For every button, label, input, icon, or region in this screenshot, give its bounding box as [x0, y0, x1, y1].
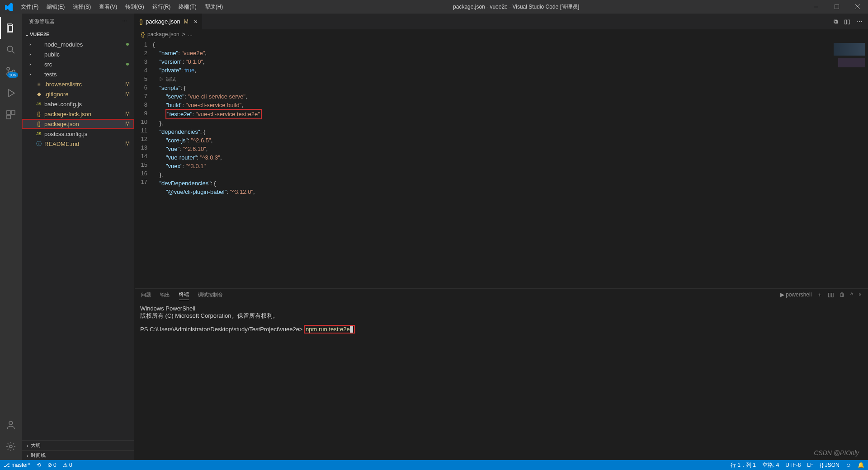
status-line-col[interactable]: 行 1，列 1 — [731, 461, 756, 469]
menu-selection[interactable]: 选择(S) — [69, 1, 94, 13]
tree-item-label: node_modules — [44, 41, 134, 48]
minimize-button[interactable] — [806, 0, 826, 14]
terminal-shell-label[interactable]: ▶ powershell — [780, 291, 812, 300]
compare-icon[interactable]: ⧉ — [834, 18, 838, 25]
tree-file[interactable]: {}package-lock.jsonM — [22, 109, 134, 119]
tree-item-label: .browserslistrc — [44, 81, 134, 88]
close-button[interactable] — [847, 0, 868, 14]
minimap[interactable] — [827, 39, 868, 288]
activity-debug-icon[interactable] — [0, 82, 22, 104]
status-encoding[interactable]: UTF-8 — [785, 462, 801, 468]
menu-help[interactable]: 帮助(H) — [201, 1, 227, 13]
tree-file[interactable]: JSbabel.config.js — [22, 99, 134, 109]
status-language[interactable]: {} JSON — [820, 462, 839, 468]
tree-file[interactable]: {}package.jsonM — [22, 119, 134, 129]
svg-rect-0 — [814, 7, 818, 7]
tree-file[interactable]: ≡.browserslistrcM — [22, 79, 134, 89]
menu-terminal[interactable]: 终端(T) — [175, 1, 200, 13]
panel-close-icon[interactable]: × — [859, 291, 862, 300]
editor[interactable]: 1234567891011121314151617 { "name": "vue… — [135, 39, 868, 288]
status-eol[interactable]: LF — [807, 462, 813, 468]
modified-badge: M — [125, 121, 130, 127]
breadcrumb[interactable]: {} package.json > ... — [135, 29, 868, 39]
panel-maximize-icon[interactable]: ^ — [850, 291, 853, 300]
maximize-button[interactable] — [826, 0, 847, 14]
sidebar-title: 资源管理器 — [29, 18, 122, 25]
panel-tab-debug-console[interactable]: 调试控制台 — [198, 291, 223, 300]
activity-search-icon[interactable] — [0, 39, 22, 61]
activity-scm-icon[interactable]: 10K — [0, 61, 22, 82]
svg-rect-1 — [835, 5, 839, 9]
tree-folder[interactable]: ›node_modules — [22, 39, 134, 49]
chevron-down-icon: ⌄ — [24, 32, 30, 38]
tree-folder[interactable]: ›public — [22, 49, 134, 59]
tab-package-json[interactable]: {} package.json M × — [135, 14, 203, 29]
file-icon: JS — [35, 102, 42, 106]
activitybar: 10K — [0, 14, 22, 460]
breadcrumb-rest: ... — [188, 31, 193, 38]
svg-rect-8 — [7, 115, 10, 119]
split-icon[interactable]: ▯▯ — [844, 18, 850, 25]
tree-item-label: tests — [44, 71, 134, 78]
status-sync-icon[interactable]: ⟲ — [37, 462, 41, 468]
sidebar: 资源管理器 ⋯ ⌄ VUEE2E ›node_modules›public›sr… — [22, 14, 135, 460]
folder-header[interactable]: ⌄ VUEE2E — [22, 29, 134, 39]
menubar: 文件(F) 编辑(E) 选择(S) 查看(V) 转到(G) 运行(R) 终端(T… — [17, 1, 226, 13]
more-icon[interactable]: ⋯ — [857, 18, 863, 25]
panel-tab-terminal[interactable]: 终端 — [179, 291, 189, 300]
terminal-new-icon[interactable]: ＋ — [817, 291, 822, 301]
tree-folder[interactable]: ›src — [22, 59, 134, 69]
tree-file[interactable]: ⓘREADME.mdM — [22, 139, 134, 149]
file-icon: ⓘ — [35, 140, 42, 148]
menu-file[interactable]: 文件(F) — [17, 1, 42, 13]
terminal-split-icon[interactable]: ▯▯ — [828, 291, 834, 300]
panel-tab-output[interactable]: 输出 — [160, 291, 170, 300]
status-errors[interactable]: ⊘ 0 — [47, 462, 57, 468]
terminal-prompt-line: PS C:\Users\Administrator\Desktop\study\… — [140, 325, 863, 333]
status-branch[interactable]: ⎇ master* — [4, 462, 30, 468]
outline-section[interactable]: ›大纲 — [22, 440, 134, 450]
sidebar-header: 资源管理器 ⋯ — [22, 14, 134, 29]
json-icon: {} — [139, 19, 143, 25]
file-icon: ≡ — [35, 81, 42, 87]
sidebar-actions: ⋯ — [122, 19, 127, 24]
tabs-actions: ⧉ ▯▯ ⋯ — [834, 14, 868, 29]
editor-panel-split: 1234567891011121314151617 { "name": "vue… — [135, 39, 868, 460]
menu-edit[interactable]: 编辑(E) — [43, 1, 68, 13]
git-dot-icon — [126, 43, 129, 46]
file-icon: {} — [35, 121, 42, 127]
status-spaces[interactable]: 空格: 4 — [762, 461, 779, 469]
status-warnings[interactable]: ⚠ 0 — [63, 462, 72, 468]
svg-rect-7 — [11, 111, 15, 114]
activity-account-icon[interactable] — [0, 414, 22, 436]
panel-tab-problems[interactable]: 问题 — [141, 291, 151, 300]
folder-name: VUEE2E — [30, 32, 49, 37]
svg-point-10 — [9, 445, 12, 448]
activity-extensions-icon[interactable] — [0, 104, 22, 126]
code-content[interactable]: { "name": "vuee2e", "version": "0.1.0", … — [153, 39, 868, 288]
menu-view[interactable]: 查看(V) — [95, 1, 121, 13]
sidebar-bottom-sections: ›大纲 ›时间线 — [22, 440, 134, 460]
tree-folder[interactable]: ›tests — [22, 69, 134, 79]
status-feedback-icon[interactable]: ☺ — [846, 462, 851, 468]
menu-go[interactable]: 转到(G) — [122, 1, 147, 13]
timeline-section[interactable]: ›时间线 — [22, 450, 134, 460]
terminal-kill-icon[interactable]: 🗑 — [840, 291, 845, 300]
activity-settings-icon[interactable] — [0, 436, 22, 457]
sidebar-more-icon[interactable]: ⋯ — [122, 19, 127, 24]
tab-close-icon[interactable]: × — [194, 18, 198, 25]
terminal[interactable]: Windows PowerShell 版权所有 (C) Microsoft Co… — [135, 302, 868, 460]
breadcrumb-sep: > — [182, 31, 185, 38]
svg-point-9 — [9, 421, 13, 425]
menu-run[interactable]: 运行(R) — [149, 1, 175, 13]
file-icon: JS — [35, 132, 42, 136]
status-bell-icon[interactable]: 🔔 — [858, 462, 864, 468]
tree-item-label: package.json — [44, 121, 134, 127]
activity-explorer-icon[interactable] — [0, 17, 22, 39]
file-icon: {} — [35, 111, 42, 117]
tree-file[interactable]: ◆.gitignoreM — [22, 89, 134, 99]
panel: 问题 输出 终端 调试控制台 ▶ powershell ＋ ▯▯ 🗑 ^ × W… — [135, 288, 868, 460]
tabs: {} package.json M × ⧉ ▯▯ ⋯ — [135, 14, 868, 29]
tree-file[interactable]: JSpostcss.config.js — [22, 129, 134, 139]
modified-badge: M — [125, 91, 130, 97]
